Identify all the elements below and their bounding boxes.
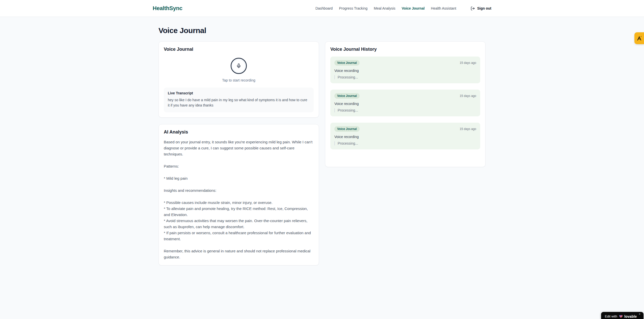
edit-with-lovable-badge[interactable]: Edit with lovable × xyxy=(601,312,643,319)
right-column: Voice Journal History Voice Journal 15 d… xyxy=(325,41,486,167)
side-widget-button[interactable] xyxy=(634,32,644,44)
amber-a-logo-icon xyxy=(636,36,642,41)
tap-to-record-hint: Tap to start recording xyxy=(164,78,314,82)
top-navbar: HealthSync Dashboard Progress Tracking M… xyxy=(0,0,644,17)
entry-label: Voice recording xyxy=(334,69,476,73)
entry-label: Voice recording xyxy=(334,102,476,106)
app-logo[interactable]: HealthSync xyxy=(153,5,182,12)
live-transcript-text: hey so like I do have a mild pain in my … xyxy=(168,97,310,108)
lovable-heart-icon xyxy=(619,314,623,318)
history-card-title: Voice Journal History xyxy=(330,47,480,52)
sign-out-button[interactable]: Sign out xyxy=(471,6,491,11)
history-entry-list: Voice Journal 15 days ago Voice recordin… xyxy=(330,57,480,149)
entry-timestamp: 15 days ago xyxy=(460,94,476,98)
entry-status: Processing... xyxy=(334,75,476,79)
record-button[interactable] xyxy=(231,58,247,74)
recorder-card-title: Voice Journal xyxy=(164,47,314,52)
nav-item-health-assistant[interactable]: Health Assistant xyxy=(431,6,456,10)
voice-recorder-card: Voice Journal Tap to start recording Liv… xyxy=(158,41,319,118)
entry-status: Processing... xyxy=(334,108,476,112)
left-column: Voice Journal Tap to start recording Liv… xyxy=(158,41,319,265)
ai-analysis-card: AI Analysis Based on your journal entry,… xyxy=(158,124,319,265)
entry-type-badge: Voice Journal xyxy=(334,60,360,66)
nav-item-progress-tracking[interactable]: Progress Tracking xyxy=(339,6,367,10)
lovable-brand-label: lovable xyxy=(624,314,637,318)
entry-timestamp: 15 days ago xyxy=(460,127,476,131)
history-entry[interactable]: Voice Journal 15 days ago Voice recordin… xyxy=(330,57,480,83)
nav-item-meal-analysis[interactable]: Meal Analysis xyxy=(374,6,395,10)
live-transcript-title: Live Transcript xyxy=(168,91,310,95)
entry-type-badge: Voice Journal xyxy=(334,93,360,99)
live-transcript-box: Live Transcript hey so like I do have a … xyxy=(164,88,314,112)
close-icon[interactable]: × xyxy=(639,313,640,315)
microphone-icon xyxy=(236,63,241,68)
page-title: Voice Journal xyxy=(158,26,486,35)
entry-timestamp: 15 days ago xyxy=(460,61,476,65)
ai-analysis-body: Based on your journal entry, it sounds l… xyxy=(164,139,314,260)
history-entry[interactable]: Voice Journal 15 days ago Voice recordin… xyxy=(330,123,480,149)
lovable-badge-prefix: Edit with xyxy=(605,314,617,318)
logout-icon xyxy=(471,6,475,11)
history-entry[interactable]: Voice Journal 15 days ago Voice recordin… xyxy=(330,90,480,116)
nav-item-voice-journal[interactable]: Voice Journal xyxy=(402,6,425,10)
entry-type-badge: Voice Journal xyxy=(334,126,360,132)
voice-journal-history-card: Voice Journal History Voice Journal 15 d… xyxy=(325,41,486,167)
entry-status: Processing... xyxy=(334,141,476,145)
nav-item-dashboard[interactable]: Dashboard xyxy=(315,6,333,10)
ai-analysis-title: AI Analysis xyxy=(164,129,314,135)
entry-label: Voice recording xyxy=(334,135,476,139)
main-nav: Dashboard Progress Tracking Meal Analysi… xyxy=(315,6,491,11)
sign-out-label: Sign out xyxy=(477,6,491,10)
main-content: Voice Journal Voice Journal Tap to start… xyxy=(158,17,486,265)
